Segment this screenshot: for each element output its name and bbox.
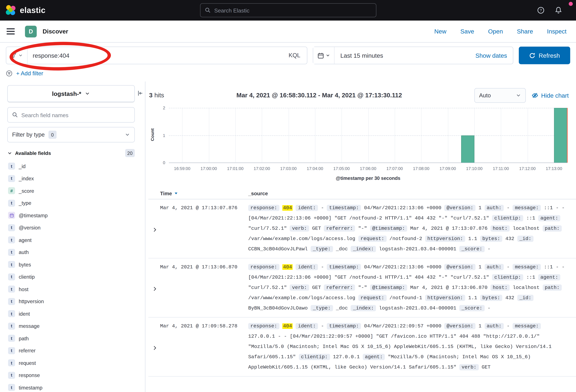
chevron-down-icon [516,93,521,98]
field-item-response[interactable]: tresponse [7,369,135,381]
field-item-request[interactable]: trequest [7,357,135,369]
field-type-icon-date [8,212,15,219]
column-header-source[interactable]: _source [248,190,570,196]
header-actions: ? [537,7,571,14]
nav-action-save[interactable]: Save [460,28,474,35]
column-header-time[interactable]: Time [160,190,248,196]
help-icon[interactable]: ? [537,7,545,14]
field-item-clientip[interactable]: tclientip [7,271,135,283]
source-field-name: _type: [311,305,333,311]
available-fields-count: 20 [125,149,135,157]
field-item-ident[interactable]: tident [7,308,135,320]
field-item-_index[interactable]: t_index [7,172,135,185]
source-field-name: _index: [351,246,376,252]
expand-doc-button[interactable] [148,321,160,373]
refresh-button[interactable]: Refresh [519,47,570,64]
calendar-menu-button[interactable] [313,47,335,64]
source-field-value: /notfound-2 [389,236,422,242]
chevron-down-icon [18,53,23,58]
saved-query-menu-button[interactable] [6,47,28,64]
global-search-input[interactable] [214,7,372,14]
collapse-sidebar-button[interactable] [137,90,143,96]
field-name: host [19,286,29,292]
available-fields-header[interactable]: Available fields 20 [7,149,135,157]
source-field-value: 1 [479,264,481,270]
chart-x-tick-label: 17:00:00 [201,166,217,171]
field-type-icon-text: t [8,372,15,379]
source-field-name: request: [358,236,386,242]
histogram-bar[interactable] [554,108,567,163]
field-item-agent[interactable]: tagent [7,234,135,246]
field-item-timestamp[interactable]: ttimestamp [7,381,135,392]
nav-action-share[interactable]: Share [517,28,533,35]
field-item-bytes[interactable]: tbytes [7,258,135,271]
field-type-icon-text: t [8,175,15,182]
expand-doc-button[interactable] [148,203,160,254]
field-item-httpversion[interactable]: thttpversion [7,295,135,308]
source-field-value: - [488,246,490,252]
source-field-name: agent: [538,274,560,280]
field-item-path[interactable]: tpath [7,332,135,345]
source-field-value: logstash-2021.03.04-000001 [379,246,457,252]
field-name: auth [19,249,29,255]
source-field-value: - [507,264,510,270]
field-search[interactable] [7,107,135,123]
nav-action-open[interactable]: Open [488,28,503,35]
field-item-_score[interactable]: #_score [7,185,135,197]
global-search[interactable] [200,3,376,17]
calendar-icon [317,52,324,58]
field-item-_id[interactable]: t_id [7,160,135,172]
refresh-icon [529,52,535,58]
query-input[interactable] [28,52,282,59]
doc-time: Mar 4, 2021 @ 17:13:06.870 [160,262,248,313]
add-filter-link[interactable]: + Add filter [16,70,43,77]
sort-desc-icon [174,191,178,196]
hide-chart-link[interactable]: Hide chart [531,92,569,99]
expand-doc-button[interactable] [148,262,160,313]
nav-action-inspect[interactable]: Inspect [547,28,566,35]
field-item-_type[interactable]: t_type [7,197,135,209]
source-field-value: 127.0.0.1 [333,354,360,360]
source-field-name: ident: [296,205,318,211]
source-field-name: verb: [460,364,479,370]
doc-table: Time _source Mar 4, 2021 @ 17:13:07.876r… [145,188,576,392]
filter-set-icon[interactable] [6,70,12,77]
source-field-name: bytes: [480,236,502,242]
field-name: agent [19,237,32,243]
chart-horizontal-gridline [169,108,567,108]
show-dates-button[interactable]: Show dates [469,52,513,59]
source-field-name: httpversion: [425,295,465,301]
field-item-message[interactable]: tmessage [7,320,135,332]
histogram-bar[interactable] [461,135,474,163]
source-field-name: ident: [296,323,318,329]
source-field-value: Mar 4, 2021 @ 17:13:07.876 [410,226,488,231]
elastic-logo-icon[interactable] [5,5,16,16]
notifications-bell-icon[interactable] [555,7,562,14]
nav-action-new[interactable]: New [434,28,446,35]
field-item-auth[interactable]: tauth [7,246,135,258]
interval-select[interactable]: Auto [474,88,526,103]
source-field-name: auth: [485,205,504,211]
field-item-host[interactable]: thost [7,283,135,295]
kibana-discover-app: elastic ? D Discover NewSaveOpenShareIns… [0,0,576,392]
field-type-icon-text: t [8,261,15,268]
field-item-referrer[interactable]: treferrer [7,344,135,357]
page-title: Discover [43,28,68,35]
field-search-input[interactable] [21,112,130,118]
source-field-name: timestamp: [327,264,361,270]
chart-x-tick-label: 17:09:00 [440,166,456,171]
field-item-@timestamp[interactable]: @timestamp [7,209,135,222]
field-type-icon-text: t [8,249,15,256]
source-field-value: 04/Mar/2021:22:13:06 +0000 [364,205,441,211]
field-type-icon-text: t [8,237,15,244]
menu-hamburger-icon[interactable] [7,28,15,34]
source-field-value: _doc [336,246,348,252]
index-pattern-selector[interactable]: logstash-* [7,85,135,102]
field-name: _index [19,176,34,181]
filter-by-type-select[interactable]: Filter by type 0 [7,127,135,142]
source-field-name: referrer: [324,284,355,291]
query-language-button[interactable]: KQL [282,52,307,59]
source-field-name: @timestamp: [370,225,407,232]
time-range-button[interactable]: Last 15 minutes [335,52,469,59]
field-item-@version[interactable]: t@version [7,222,135,234]
